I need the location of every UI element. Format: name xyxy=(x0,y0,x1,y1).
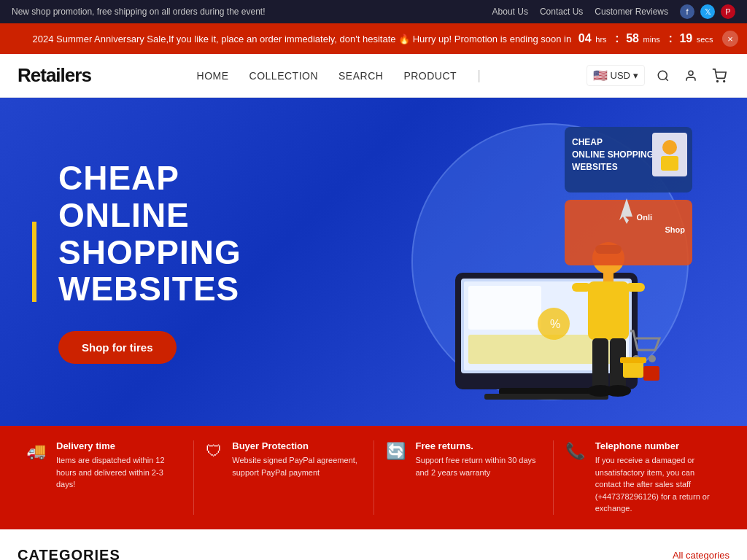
about-us-link[interactable]: About Us xyxy=(492,7,528,17)
benefit-delivery-title: Delivery time xyxy=(56,440,182,451)
hero-cta: Shop for tires xyxy=(58,331,336,364)
categories-title: CATEGORIES xyxy=(18,547,120,561)
timer-minutes: 58 xyxy=(626,32,639,44)
top-bar-right: About Us Contact Us Customer Reviews f 𝕏… xyxy=(492,4,735,19)
search-button[interactable] xyxy=(654,66,673,85)
nav-divider: | xyxy=(477,68,481,83)
svg-point-0 xyxy=(658,71,667,79)
svg-point-25 xyxy=(649,355,656,362)
benefit-delivery: 🚚 Delivery time Items are dispatched wit… xyxy=(15,440,194,515)
contact-us-link[interactable]: Contact Us xyxy=(540,7,583,17)
hero-title: CHEAP ONLINE SHOPPING WEBSITES xyxy=(58,160,336,307)
shield-icon: 🛡 xyxy=(206,442,222,461)
pinterest-icon[interactable]: P xyxy=(721,4,735,19)
svg-point-23 xyxy=(605,385,631,397)
svg-rect-10 xyxy=(468,286,541,330)
svg-rect-8 xyxy=(484,394,608,400)
cart-icon xyxy=(712,69,727,83)
user-icon xyxy=(684,69,697,82)
svg-text:Shop: Shop xyxy=(665,225,686,234)
hero-content: CHEAP ONLINE SHOPPING WEBSITES Shop for … xyxy=(0,131,379,392)
account-button[interactable] xyxy=(681,66,700,85)
svg-text:ONLINE SHOPPING: ONLINE SHOPPING xyxy=(572,149,654,160)
top-bar: New shop promotion, free shipping on all… xyxy=(0,0,747,23)
benefit-delivery-text: Delivery time Items are dispatched withi… xyxy=(56,440,182,491)
nav-logo[interactable]: Retailers xyxy=(18,64,91,87)
hero-illustration: % xyxy=(411,112,703,419)
benefit-protection-desc: Website signed PayPal agreement, support… xyxy=(232,454,361,478)
nav-collection[interactable]: COLLECTION xyxy=(249,70,318,82)
svg-point-2 xyxy=(689,71,693,75)
svg-rect-28 xyxy=(643,366,659,381)
svg-rect-27 xyxy=(620,357,646,363)
nav-search[interactable]: SEARCH xyxy=(338,70,383,82)
svg-rect-16 xyxy=(603,273,614,283)
chevron-down-icon: ▾ xyxy=(633,70,638,81)
phone-icon: 📞 xyxy=(565,442,585,461)
svg-rect-19 xyxy=(626,283,645,292)
see-all-link[interactable]: All categories xyxy=(673,550,729,561)
hero-illustration-svg: % xyxy=(411,112,703,419)
categories-header: CATEGORIES All categories xyxy=(18,547,729,561)
timer-hrs-label: hrs xyxy=(595,35,606,44)
promo-close-button[interactable]: × xyxy=(722,31,738,47)
promo-bar-text: 2024 Summer Anniversary Sale,If you like… xyxy=(33,32,715,45)
timer-colon2: : xyxy=(668,32,672,44)
svg-rect-20 xyxy=(592,338,608,389)
benefit-protection: 🛡 Buyer Protection Website signed PayPal… xyxy=(194,440,374,515)
flag-icon: 🇺🇸 xyxy=(593,69,608,82)
svg-point-34 xyxy=(662,140,677,155)
svg-point-4 xyxy=(724,80,725,82)
navbar: Retailers HOME COLLECTION SEARCH PRODUCT… xyxy=(0,54,747,98)
benefit-protection-text: Buyer Protection Website signed PayPal a… xyxy=(232,440,361,478)
svg-point-3 xyxy=(717,80,719,82)
svg-rect-18 xyxy=(572,283,591,292)
timer-secs-label: secs xyxy=(697,35,713,44)
benefit-returns-title: Free returns. xyxy=(416,440,541,451)
delivery-icon: 🚚 xyxy=(26,442,46,461)
nav-right: 🇺🇸 USD ▾ xyxy=(587,65,729,86)
svg-text:%: % xyxy=(550,318,560,330)
timer-hours: 04 xyxy=(578,32,592,44)
currency-label: USD xyxy=(611,70,630,81)
benefits-bar: 🚚 Delivery time Items are dispatched wit… xyxy=(0,426,747,529)
benefit-returns-desc: Support free return within 30 days and 2… xyxy=(416,454,541,478)
benefit-telephone-desc: If you receive a damaged or unsatisfacto… xyxy=(595,454,721,515)
twitter-icon[interactable]: 𝕏 xyxy=(700,4,715,19)
timer-mins-label: mins xyxy=(643,35,660,44)
svg-text:WEBSITES: WEBSITES xyxy=(572,162,618,172)
svg-text:Onli: Onli xyxy=(637,213,652,222)
benefit-telephone: 📞 Telephone number If you receive a dama… xyxy=(554,440,732,515)
benefit-delivery-desc: Items are dispatched within 12 hours and… xyxy=(56,454,182,491)
nav-links: HOME COLLECTION SEARCH PRODUCT | xyxy=(197,68,481,83)
returns-icon: 🔄 xyxy=(386,442,406,461)
top-bar-promo: New shop promotion, free shipping on all… xyxy=(12,7,266,17)
hero-section: CHEAP ONLINE SHOPPING WEBSITES Shop for … xyxy=(0,98,747,426)
benefit-telephone-title: Telephone number xyxy=(595,440,721,451)
svg-rect-35 xyxy=(661,156,678,171)
nav-product[interactable]: PRODUCT xyxy=(403,70,457,82)
customer-reviews-link[interactable]: Customer Reviews xyxy=(595,7,668,17)
cart-button[interactable] xyxy=(709,66,729,86)
svg-rect-17 xyxy=(588,281,629,340)
benefit-returns-text: Free returns. Support free return within… xyxy=(416,440,541,478)
promo-bar: 2024 Summer Anniversary Sale,If you like… xyxy=(0,23,747,54)
svg-text:CHEAP: CHEAP xyxy=(572,137,603,147)
benefit-telephone-text: Telephone number If you receive a damage… xyxy=(595,440,721,515)
benefit-returns: 🔄 Free returns. Support free return with… xyxy=(374,440,554,515)
svg-line-1 xyxy=(665,78,667,80)
categories-section: CATEGORIES All categories xyxy=(0,529,747,561)
currency-selector[interactable]: 🇺🇸 USD ▾ xyxy=(587,65,645,86)
search-icon xyxy=(657,69,670,82)
timer-seconds: 19 xyxy=(679,32,692,44)
shop-cta-button[interactable]: Shop for tires xyxy=(58,331,177,364)
facebook-icon[interactable]: f xyxy=(680,4,694,19)
social-icons: f 𝕏 P xyxy=(680,4,735,19)
timer-colon1: : xyxy=(615,32,619,44)
nav-home[interactable]: HOME xyxy=(197,70,229,82)
benefit-protection-title: Buyer Protection xyxy=(232,440,361,451)
